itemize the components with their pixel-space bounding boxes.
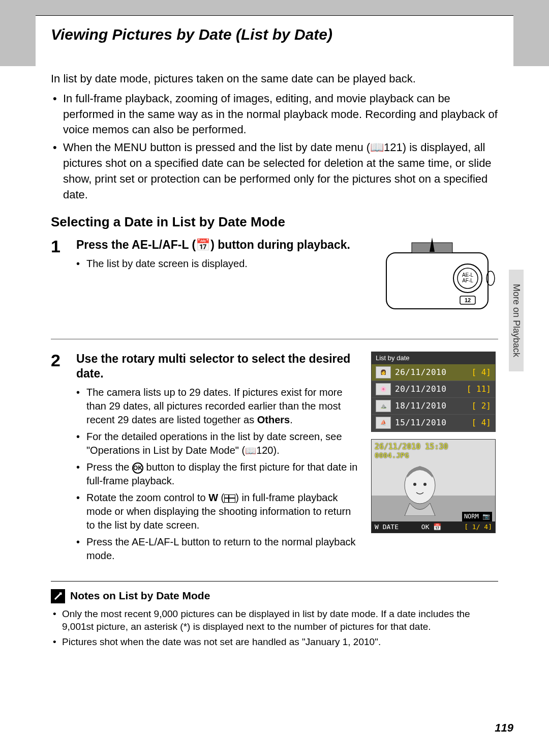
b4a: Rotate the zoom control to bbox=[86, 492, 208, 503]
count-4: [ 4] bbox=[471, 417, 491, 428]
intro-bullet-2: When the MENU button is pressed and the … bbox=[63, 140, 498, 202]
step-1-title-b: AE-L/AF-L (📅) button during playback. bbox=[132, 238, 350, 251]
step-2-bullet-4: Rotate the zoom control to W () in full-… bbox=[76, 491, 361, 532]
date-row-1: 👩 26/11/2010 [ 4] bbox=[372, 364, 495, 381]
step-2-bullet-1: The camera lists up to 29 dates. If pict… bbox=[76, 386, 361, 427]
date-list-screen: List by date 👩 26/11/2010 [ 4] 🌸 20/11/2… bbox=[371, 352, 496, 432]
intro-bullets: In full-frame playback, zooming of image… bbox=[63, 91, 498, 203]
pb-filename: 0004.JPG bbox=[375, 451, 409, 461]
section-subheading: Selecting a Date in List by Date Mode bbox=[51, 213, 498, 231]
w-icon: W bbox=[208, 492, 218, 503]
svg-text:AF-L: AF-L bbox=[462, 278, 473, 283]
main-content: In list by date mode, pictures taken on … bbox=[0, 66, 549, 566]
section-divider bbox=[51, 581, 498, 581]
step-1: 1 Press the AE-L/AF-L (📅) button during … bbox=[51, 238, 498, 339]
page-title: Viewing Pictures by Date (List by Date) bbox=[51, 26, 498, 43]
playback-preview: 26/11/2010 15:30 0004.JPG NORM 📷 W DATE … bbox=[371, 439, 496, 533]
side-tab: More on Playback bbox=[509, 270, 524, 371]
date-row-4: ⛵ 15/11/2010 [ 4] bbox=[372, 415, 495, 431]
date-2: 20/11/2010 bbox=[395, 384, 463, 395]
thumbnail-icon bbox=[224, 495, 235, 503]
pb-bottom-bar: W DATE OK 📅 [ 1/ 4] bbox=[372, 521, 495, 533]
b1b: Others bbox=[257, 414, 290, 425]
date-1: 26/11/2010 bbox=[395, 367, 467, 378]
date-row-3: ⛰️ 18/11/2010 [ 2] bbox=[372, 398, 495, 415]
notes-title-text: Notes on List by Date Mode bbox=[70, 589, 210, 603]
step-1-bullet: The list by date screen is displayed. bbox=[76, 257, 371, 271]
thumb-icon: ⛰️ bbox=[376, 400, 391, 412]
book-icon: 📖 bbox=[245, 446, 256, 456]
pb-br: [ 1/ 4] bbox=[464, 522, 492, 532]
thumb-icon: ⛵ bbox=[376, 417, 391, 429]
step-1-title-a: Press the bbox=[76, 238, 132, 251]
svg-point-11 bbox=[413, 483, 416, 486]
camera-illustration: AE-L AF-L 12 bbox=[381, 238, 498, 324]
date-4: 15/11/2010 bbox=[395, 417, 467, 428]
page-header-bar: Viewing Pictures by Date (List by Date) bbox=[0, 0, 549, 66]
step-1-number: 1 bbox=[51, 238, 66, 324]
notes-title: Notes on List by Date Mode bbox=[51, 589, 498, 603]
step-2-number: 2 bbox=[51, 352, 66, 566]
b2b: 120). bbox=[256, 445, 280, 456]
notes-item-2: Pictures shot when the date was not set … bbox=[53, 635, 498, 649]
date-3: 18/11/2010 bbox=[395, 400, 467, 412]
intro-text: In list by date mode, pictures taken on … bbox=[51, 71, 498, 87]
step-2-title: Use the rotary multi selector to select … bbox=[76, 352, 361, 382]
intro-bullet-1: In full-frame playback, zooming of image… bbox=[63, 91, 498, 138]
ok-icon: OK bbox=[132, 462, 143, 474]
pb-bm: OK 📅 bbox=[421, 522, 441, 532]
thumb-icon: 👩 bbox=[376, 366, 391, 379]
date-list-header: List by date bbox=[372, 352, 495, 364]
thumb-icon: 🌸 bbox=[376, 383, 391, 395]
face-illustration bbox=[397, 460, 443, 516]
step-2-bullet-5: Press the AE-L/AF-L button to return to … bbox=[76, 535, 361, 563]
step-2: 2 Use the rotary multi selector to selec… bbox=[51, 352, 498, 566]
notes-section: Notes on List by Date Mode Only the most… bbox=[0, 589, 549, 648]
step-1-title: Press the AE-L/AF-L (📅) button during pl… bbox=[76, 238, 371, 253]
step-2-bullet-3: Press the OK button to display the first… bbox=[76, 460, 361, 488]
count-3: [ 2] bbox=[471, 400, 491, 412]
pb-bl: W DATE bbox=[375, 522, 399, 532]
svg-text:12: 12 bbox=[465, 297, 471, 303]
step-2-bullet-2: For the detailed operations in the list … bbox=[76, 430, 361, 457]
date-row-2: 🌸 20/11/2010 [ 11] bbox=[372, 381, 495, 398]
page-number: 119 bbox=[495, 721, 513, 735]
b3a: Press the bbox=[86, 461, 132, 473]
pb-norm-badge: NORM 📷 bbox=[462, 512, 492, 521]
count-1: [ 4] bbox=[471, 367, 491, 378]
b1c: . bbox=[290, 414, 293, 425]
b2a: For the detailed operations in the list … bbox=[86, 431, 342, 456]
b1a: The camera lists up to 29 dates. If pict… bbox=[86, 387, 343, 425]
count-2: [ 11] bbox=[467, 384, 491, 395]
svg-text:AE-L: AE-L bbox=[462, 272, 474, 278]
notes-item-1: Only the most recent 9,000 pictures can … bbox=[53, 607, 498, 633]
warning-icon bbox=[51, 589, 65, 603]
svg-point-12 bbox=[423, 483, 426, 486]
